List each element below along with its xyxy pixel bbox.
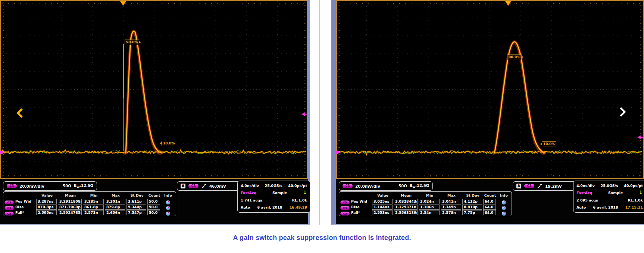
value-cell: 2.553ns [372, 210, 393, 215]
stdev-cell: 3.611p [126, 199, 146, 204]
channel-readout: C3 20.0mV/div 50Ω BW:12.5G [3, 181, 97, 191]
acq-date-row: Auto 6 avril, 2018 16:49:29 [241, 204, 307, 210]
min-cell: 2.573n [83, 210, 104, 215]
rising-edge-icon [537, 184, 542, 188]
fastacq-label: FastAcq [241, 190, 256, 196]
vertical-scale: 20.0mV/div [19, 184, 44, 188]
trigger-a-badge: A [516, 184, 521, 188]
col-header-info: Info [497, 193, 511, 197]
sample-rate: 25.0GS/s [265, 183, 282, 189]
min-cell: 3.024n [419, 199, 440, 204]
scope-captures-row: 90.0% 10.0% C3 20.0mV/div 50Ω BW:12.5G A… [0, 0, 644, 225]
col-header-info: Info [161, 193, 175, 197]
count-cell: 64.0 [483, 199, 496, 204]
stdev-cell: 7.75p [462, 210, 482, 215]
channel-badge: C3 [340, 206, 349, 210]
rising-edge-icon [201, 184, 206, 188]
acq-mode-row: FastAcq Sample ↓ [241, 190, 307, 196]
resolution: 40.0ps/pt [624, 183, 643, 189]
mean-cell: 3.0328443n [394, 199, 418, 204]
chevron-right-icon [618, 106, 627, 118]
acq-count: 2 095 acqs [576, 197, 598, 203]
timebase-row: 4.0ns/div 25.0GS/s 40.0ps/pt [241, 183, 307, 189]
info-icon: ? [166, 212, 170, 216]
count-cell: 64.0 [483, 204, 496, 210]
trigger-level: 19.2mV [545, 184, 562, 188]
timebase-acquisition-readout: 4.0ns/div 25.0GS/s 40.0ps/pt FastAcq Sam… [573, 181, 644, 213]
trigger-readout: A C3 19.2mV [513, 181, 579, 191]
measurement-label: Fall* [350, 210, 372, 215]
bandwidth-limit: BW:12.5G [74, 184, 93, 189]
chevron-left-icon [16, 107, 25, 119]
measurement-label: Rise [15, 205, 36, 209]
figure-caption: A gain switch peak suppression function … [0, 234, 644, 242]
table-row: C3 Rise 1.144ns 1.125371n 1.106n 1.145n … [339, 203, 512, 209]
count-cell: 50.0 [147, 210, 160, 215]
mean-cell: 871.7968p [58, 204, 82, 210]
table-header: Value Mean Min Max St Dev Count Info [339, 193, 512, 198]
measurement-table: Value Mean Min Max St Dev Count Info C3 … [339, 191, 512, 216]
acq-count-row: 2 095 acqs RL:1.0k [576, 197, 643, 203]
timestamp: 17:15:11 [625, 204, 643, 210]
value-cell: 879.8ps [36, 204, 57, 210]
col-header-count: Count [147, 193, 161, 197]
mean-cell: 3.2911808n [58, 199, 82, 204]
col-header-mean: Mean [394, 193, 419, 197]
carousel-stage: 90.0% 10.0% C3 20.0mV/div 50Ω BW:12.5G A… [0, 0, 644, 253]
acq-count-row: 1 741 acqs RL:1.0k [241, 197, 307, 203]
scope-capture-left[interactable]: 90.0% 10.0% C3 20.0mV/div 50Ω BW:12.5G A… [0, 0, 310, 225]
channel-badge: C3 [4, 201, 13, 204]
measurement-label: Pos Wid [350, 199, 372, 203]
date: 6 avril, 2018 [257, 204, 282, 210]
table-row: C3 Fall* 2.595ns 2.5924765n 2.573n 2.606… [3, 209, 176, 215]
col-header-min: Min [83, 193, 105, 197]
measurement-label: Fall* [15, 210, 36, 215]
stdev-cell: 7.547p [126, 210, 146, 215]
measurement-label: Rise [350, 205, 372, 209]
date: 6 avril, 2018 [593, 204, 618, 210]
col-header-count: Count [483, 193, 497, 197]
col-header-stdev: St Dev [126, 193, 147, 197]
mean-cell: 2.5924765n [58, 210, 82, 215]
waveform-display: 90.0% 10.0% [0, 0, 308, 179]
table-row: C3 Rise 879.8ps 871.7968p 861.8p 879.8p … [3, 203, 176, 209]
down-arrow-icon: ↓ [639, 190, 643, 196]
table-header: Value Mean Min Max St Dev Count Info [3, 193, 176, 198]
col-header-value: Value [372, 193, 394, 197]
scope-capture-right[interactable]: 90.0% 10.0% C3 20.0mV/div 50Ω BW:12.5G A… [331, 0, 644, 225]
carousel-prev-button[interactable] [16, 107, 25, 119]
input-impedance: 50Ω [398, 184, 407, 188]
carousel-next-button[interactable] [618, 106, 627, 118]
channel-badge: C3 [340, 212, 349, 216]
sample-rate: 25.0GS/s [601, 183, 618, 189]
col-header-min: Min [419, 193, 441, 197]
table-row: C3 Pos Wid 3.025ns 3.0328443n 3.024n 3.0… [339, 198, 512, 203]
value-cell: 2.595ns [36, 210, 57, 215]
acq-mode-row: FastAcq Sample ↓ [576, 190, 643, 196]
count-cell: 50.0 [147, 204, 160, 210]
stdev-cell: 4.112p [462, 199, 482, 204]
mean-cell: 2.5563189n [394, 210, 418, 215]
max-cell: 1.145n [441, 204, 461, 210]
timebase-acquisition-readout: 4.0ns/div 25.0GS/s 40.0ps/pt FastAcq Sam… [237, 181, 310, 213]
status-bar: C3 20.0mV/div 50Ω BW:12.5G A C3 46.0mV 4… [0, 179, 308, 224]
input-impedance: 50Ω [63, 184, 71, 188]
channel-badge: C3 [4, 212, 13, 216]
min-cell: 2.54n [419, 210, 440, 215]
channel-badge: C3 [4, 206, 13, 210]
channel-badge: C3 [7, 184, 17, 188]
acq-count: 1 741 acqs [241, 197, 262, 203]
channel-readout: C3 20.0mV/div 50Ω BW:12.5G [339, 181, 433, 191]
time-per-div: 4.0ns/div [576, 183, 595, 189]
waveform-plot [0, 0, 308, 179]
vertical-scale: 20.0mV/div [355, 184, 380, 188]
record-length: RL:1.0k [292, 197, 307, 203]
waveform-plot [336, 0, 644, 179]
mean-cell: 1.125371n [394, 204, 418, 210]
annotation-10pct: 10.0% [542, 141, 556, 147]
timestamp: 16:49:29 [290, 204, 307, 210]
col-header-mean: Mean [58, 193, 83, 197]
annotation-90pct: 90.0% [125, 40, 139, 45]
bandwidth-limit: BW:12.5G [410, 184, 429, 189]
max-cell: 879.8p [105, 204, 125, 210]
